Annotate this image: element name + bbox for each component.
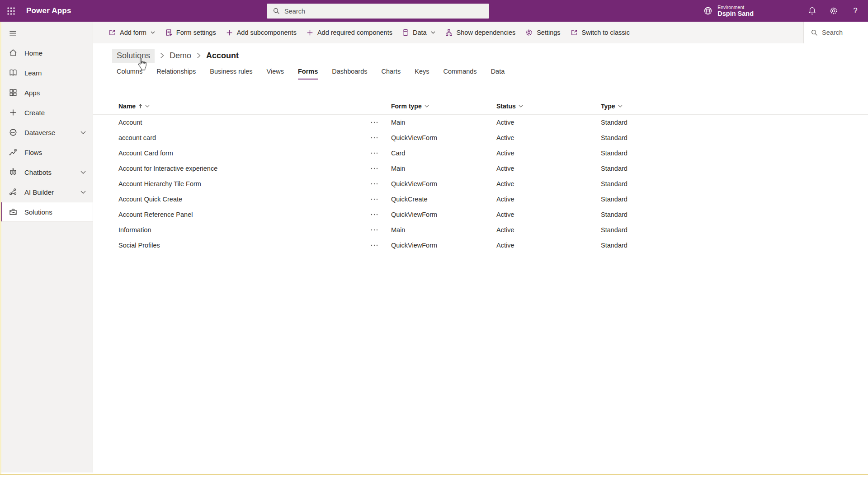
app-title[interactable]: Power Apps (26, 6, 71, 15)
tab-forms[interactable]: Forms (298, 68, 318, 80)
app-launcher-button[interactable] (0, 0, 22, 22)
main-content: Add form Form settings Add subcomponents (93, 22, 868, 474)
sidebar-item-chatbots[interactable]: Chatbots (0, 162, 93, 182)
column-header-form-type[interactable]: Form type (391, 103, 496, 110)
forms-table: Name Form type Status (93, 98, 868, 253)
cell-form-type: Main (391, 165, 496, 172)
row-more-actions-button[interactable] (371, 244, 391, 246)
table-row[interactable]: account card QuickViewForm Active Standa… (93, 130, 868, 145)
environment-picker[interactable]: Environment Dspin Sand (703, 5, 754, 18)
column-header-status[interactable]: Status (496, 103, 601, 110)
nav-collapse-button[interactable] (0, 23, 93, 43)
global-search-box[interactable] (267, 4, 489, 19)
row-more-actions-button[interactable] (371, 137, 391, 139)
tab-business-rules[interactable]: Business rules (210, 68, 252, 80)
gear-icon (830, 7, 838, 15)
column-header-name[interactable]: Name (118, 103, 371, 110)
cell-form-type: Main (391, 226, 496, 234)
cell-type: Standard (601, 226, 700, 234)
command-add-form-button[interactable]: Add form (104, 22, 160, 43)
command-label: Settings (537, 29, 560, 36)
command-form-settings-button[interactable]: Form settings (160, 22, 221, 43)
component-search-input[interactable] (822, 29, 863, 36)
sidebar-item-label: Create (24, 109, 45, 117)
more-horizontal-icon (371, 183, 378, 185)
settings-button-topbar[interactable] (823, 0, 844, 22)
command-label: Add form (120, 29, 146, 36)
cell-name: Account Hierarchy Tile Form (118, 180, 371, 187)
tab-views[interactable]: Views (267, 68, 284, 80)
tab-charts[interactable]: Charts (382, 68, 401, 80)
chevron-down-icon (80, 171, 86, 174)
chevron-down-icon (151, 31, 155, 34)
table-row[interactable]: Information Main Active Standard (93, 222, 868, 238)
cell-type: Standard (601, 165, 700, 172)
sidebar-item-create[interactable]: Create (0, 103, 93, 122)
command-add-required-components-button[interactable]: Add required components (302, 22, 397, 43)
search-icon (811, 29, 818, 36)
command-settings-button[interactable]: Settings (520, 22, 565, 43)
sidebar-item-solutions[interactable]: Solutions (0, 202, 93, 222)
notifications-button[interactable] (801, 0, 823, 22)
cell-status: Active (496, 226, 601, 234)
breadcrumb-demo[interactable]: Demo (170, 51, 191, 61)
row-more-actions-button[interactable] (371, 198, 391, 200)
breadcrumb-account: Account (206, 51, 239, 61)
cell-status: Active (496, 180, 601, 187)
table-row[interactable]: Account for Interactive experience Main … (93, 161, 868, 176)
cell-status: Active (496, 150, 601, 157)
table-row[interactable]: Account Reference Panel QuickViewForm Ac… (93, 207, 868, 222)
command-switch-to-classic-button[interactable]: Switch to classic (566, 22, 635, 43)
cell-type: Standard (601, 242, 700, 249)
breadcrumb-separator (197, 52, 201, 59)
sidebar-item-dataverse[interactable]: Dataverse (0, 122, 93, 142)
tab-data[interactable]: Data (491, 68, 505, 80)
sidebar-item-label: Solutions (24, 208, 52, 216)
component-search-box[interactable] (803, 22, 868, 43)
command-label: Data (413, 29, 427, 36)
tab-keys[interactable]: Keys (415, 68, 429, 80)
cell-type: Standard (601, 119, 700, 126)
chevron-down-icon (519, 105, 523, 108)
more-horizontal-icon (371, 214, 378, 215)
column-header-label: Name (118, 103, 136, 110)
table-row[interactable]: Account Card form Card Active Standard (93, 145, 868, 161)
command-data-button[interactable]: Data (397, 22, 440, 43)
tab-columns[interactable]: Columns (117, 68, 142, 80)
row-more-actions-button[interactable] (371, 168, 391, 169)
table-row[interactable]: Account Main Active Standard (93, 115, 868, 130)
table-row[interactable]: Social Profiles QuickViewForm Active Sta… (93, 238, 868, 253)
sidebar-item-flows[interactable]: Flows (0, 142, 93, 162)
sidebar-item-learn[interactable]: Learn (0, 63, 93, 83)
chevron-right-icon (197, 52, 201, 59)
cell-form-type: Main (391, 119, 496, 126)
chevron-down-icon (618, 105, 623, 108)
sidebar-item-label: Home (24, 49, 42, 57)
row-more-actions-button[interactable] (371, 122, 391, 123)
sidebar-item-home[interactable]: Home (0, 43, 93, 63)
help-button[interactable]: ? (844, 0, 866, 22)
row-more-actions-button[interactable] (371, 229, 391, 231)
breadcrumb-solutions[interactable]: Solutions (112, 49, 155, 63)
global-search-input[interactable] (284, 8, 474, 15)
new-form-icon (108, 29, 116, 36)
table-row[interactable]: Account Hierarchy Tile Form QuickViewFor… (93, 176, 868, 192)
tab-dashboards[interactable]: Dashboards (332, 68, 367, 80)
cell-form-type: QuickViewForm (391, 211, 496, 218)
row-more-actions-button[interactable] (371, 183, 391, 185)
command-label: Show dependencies (457, 29, 516, 36)
command-add-subcomponents-button[interactable]: Add subcomponents (221, 22, 302, 43)
tab-commands[interactable]: Commands (443, 68, 476, 80)
command-show-dependencies-button[interactable]: Show dependencies (440, 22, 521, 43)
cell-name: Information (118, 226, 371, 234)
cell-name: Account Card form (118, 150, 371, 157)
row-more-actions-button[interactable] (371, 214, 391, 215)
sidebar-item-ai-builder[interactable]: AI Builder (0, 182, 93, 202)
sidebar-item-apps[interactable]: Apps (0, 83, 93, 103)
table-row[interactable]: Account Quick Create QuickCreate Active … (93, 192, 868, 207)
table-header-row: Name Form type Status (93, 98, 868, 115)
row-more-actions-button[interactable] (371, 152, 391, 154)
column-header-type[interactable]: Type (601, 103, 700, 110)
column-header-label: Status (496, 103, 516, 110)
tab-relationships[interactable]: Relationships (156, 68, 196, 80)
